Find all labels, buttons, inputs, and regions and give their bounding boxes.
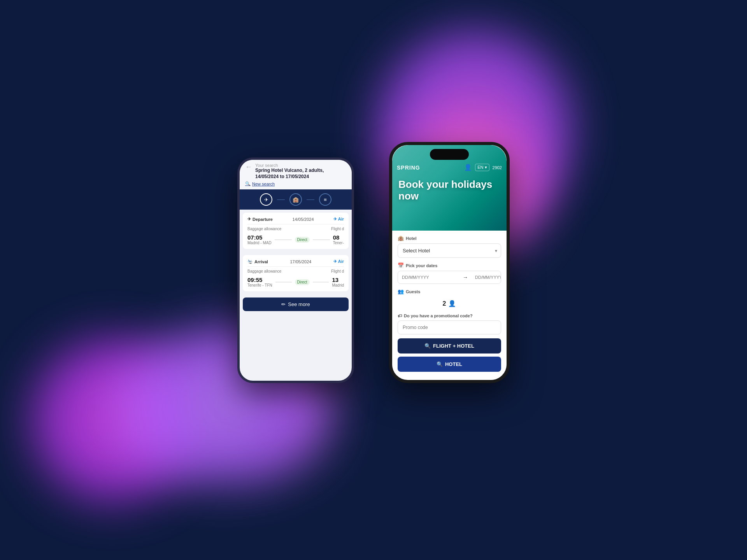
phones-container: ← Your search Spring Hotel Vulcano, 2 ad…: [237, 134, 510, 426]
arr-dest-time: 13: [332, 276, 344, 283]
app-logo: SPRING: [397, 164, 420, 171]
arr-dest-airport: Madrid: [332, 283, 344, 287]
chevron-down-icon: ▾: [495, 248, 497, 254]
departure-icon: ✈: [247, 217, 251, 222]
guests-row: 2 👤: [398, 297, 501, 310]
guests-section-label: 👥 Guests: [398, 289, 501, 294]
departure-time: 07:05: [247, 234, 272, 241]
departure-card: ✈ Departure 14/05/2024 ✈ Air Baggage all…: [243, 213, 349, 249]
date-row: →: [398, 271, 501, 284]
hotel-icon: 🏨: [398, 235, 404, 241]
airline-logo-arr: ✈ Air: [333, 259, 344, 264]
direct-badge-arr: Direct: [295, 279, 310, 285]
your-search-label: Your search: [255, 163, 346, 168]
dep-dest-time: 08: [333, 234, 344, 241]
airline-logo-dep: ✈ Air: [333, 217, 344, 222]
baggage-label-arr: Baggage allowance: [247, 269, 281, 273]
see-more-button[interactable]: ✏ See more: [243, 298, 349, 311]
topbar-right: 👤 EN ▾ 2902: [464, 164, 502, 171]
pencil-icon: ✏: [281, 301, 286, 307]
arrival-icon: 🛬: [247, 259, 253, 264]
departure-date: 14/05/2024: [292, 217, 314, 222]
hotel-only-button[interactable]: 🔍 HOTEL: [398, 357, 501, 372]
lang-badge[interactable]: EN ▾: [475, 164, 489, 171]
flight-line-dep: [275, 240, 292, 240]
guests-count: 2: [443, 300, 446, 307]
calendar-icon: 📅: [398, 262, 404, 268]
hotel-select[interactable]: Select Hotel: [398, 243, 501, 258]
promo-section: 🏷 Do you have a promotional code?: [398, 313, 501, 334]
arrival-airport: Tenerife - TFN: [247, 283, 272, 287]
baggage-label-dep: Baggage allowance: [247, 227, 281, 231]
phone-back: ← Your search Spring Hotel Vulcano, 2 ad…: [237, 158, 354, 383]
date-to-input[interactable]: [471, 271, 501, 284]
flight-line-dep2: [313, 240, 330, 240]
direct-badge-dep: Direct: [295, 237, 310, 243]
hotel-select-wrapper[interactable]: Select Hotel ▾: [398, 243, 501, 258]
search-icon-flight: 🔍: [424, 343, 431, 349]
arrival-date: 17/05/2024: [290, 259, 311, 264]
flight-line-arr2: [313, 282, 329, 282]
back-arrow-icon[interactable]: ←: [245, 163, 252, 171]
search-info: Your search Spring Hotel Vulcano, 2 adul…: [255, 163, 346, 180]
promo-label: 🏷 Do you have a promotional code?: [398, 313, 501, 318]
phone-front: SPRING 👤 EN ▾ 2902 Book your holidays no…: [389, 142, 510, 383]
arrow-icon: →: [459, 274, 471, 280]
phone-front-screen: SPRING 👤 EN ▾ 2902 Book your holidays no…: [392, 145, 507, 380]
flight-details-arr: Flight d: [331, 269, 344, 273]
new-search-link[interactable]: 🔍 New search: [245, 181, 346, 186]
arrival-label: 🛬 Arrival: [247, 259, 268, 264]
step-3[interactable]: ≡: [319, 193, 331, 206]
flight-line-arr: [275, 282, 292, 282]
steps-bar: ✈ 🏨 ≡: [240, 189, 352, 210]
guests-person-icon: 👤: [448, 300, 456, 307]
search-detail: Spring Hotel Vulcano, 2 adults, 14/05/20…: [255, 168, 346, 180]
date-from-input[interactable]: [398, 271, 459, 284]
tag-icon: 🏷: [398, 313, 402, 318]
search-icon: 🔍: [245, 181, 251, 186]
dynamic-island: [430, 149, 469, 160]
hotel-section-label: 🏨 Hotel: [398, 235, 501, 241]
departure-label: ✈ Departure: [247, 217, 273, 222]
search-icon-hotel: 🔍: [437, 361, 443, 367]
flight-hotel-button[interactable]: 🔍 FLIGHT + HOTEL: [398, 338, 501, 354]
step-2[interactable]: 🏨: [289, 193, 302, 206]
hero-title: Book your holidays now: [392, 171, 507, 202]
dates-section-label: 📅 Pick your dates: [398, 262, 501, 268]
promo-input[interactable]: [398, 320, 501, 334]
guests-icon: 👥: [398, 289, 404, 294]
step-line-1: [277, 200, 285, 200]
user-icon[interactable]: 👤: [464, 164, 472, 171]
back-phone-header: ← Your search Spring Hotel Vulcano, 2 ad…: [240, 160, 352, 189]
step-line-2: [307, 200, 314, 200]
dep-dest-airport: Tener-: [333, 241, 344, 245]
step-1[interactable]: ✈: [260, 193, 272, 206]
arrival-card: 🛬 Arrival 17/05/2024 ✈ Air Baggage allow…: [243, 255, 349, 291]
booking-form: 🏨 Hotel Select Hotel ▾ 📅 Pick your dates: [392, 231, 507, 376]
points-badge: 2902: [493, 165, 502, 170]
flight-details-dep: Flight d: [331, 227, 344, 231]
departure-airport: Madrid - MAD: [247, 241, 272, 245]
arrival-time: 09:55: [247, 276, 272, 283]
